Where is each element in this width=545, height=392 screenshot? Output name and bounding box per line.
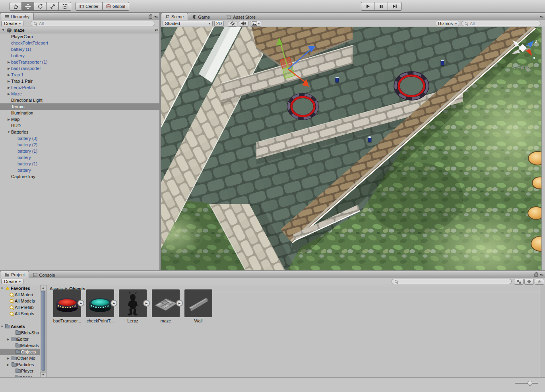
scene-asset-header[interactable]: ▼ maze ▾≡ <box>0 27 159 33</box>
scroll-up-icon[interactable]: ▲ <box>40 285 46 290</box>
battery-object-2[interactable] <box>367 136 372 144</box>
project-tree-item[interactable] <box>0 317 46 323</box>
scrollbar-thumb[interactable] <box>41 291 45 371</box>
project-tree-item[interactable]: Blob-Sha <box>0 330 46 336</box>
asset-lerpz[interactable]: ▶ <box>119 289 147 317</box>
project-tree-item[interactable]: All Materi <box>0 291 46 298</box>
slider-knob[interactable] <box>528 381 532 386</box>
scene-search-field[interactable] <box>462 21 541 26</box>
hierarchy-item[interactable]: badTransporter <box>0 65 159 72</box>
camera-mode-label[interactable]: Persp <box>517 64 530 70</box>
project-search-input[interactable] <box>400 279 509 284</box>
project-tree-item[interactable]: All Models <box>0 298 46 304</box>
hierarchy-item[interactable]: Illumination <box>0 110 159 116</box>
tab-hierarchy[interactable]: Hierarchy <box>0 13 34 20</box>
project-tree-item[interactable]: All Prefab <box>0 304 46 310</box>
hierarchy-item[interactable]: battery (3) <box>0 135 159 142</box>
asset-expand-badge[interactable]: ▶ <box>176 300 183 307</box>
asset-badtransporter[interactable]: ▶ <box>53 289 81 317</box>
favorites-filter-button[interactable]: ★ <box>535 279 544 285</box>
hierarchy-item[interactable]: Directional Light <box>0 97 159 103</box>
project-content-scrollbar[interactable] <box>540 285 545 377</box>
hierarchy-item[interactable]: battery (1) <box>0 148 159 154</box>
asset-expand-badge[interactable]: ▶ <box>78 300 84 307</box>
hierarchy-item[interactable]: checkPointTeleport <box>0 40 159 46</box>
hierarchy-item[interactable]: battery (1) <box>0 46 159 52</box>
foldout-icon[interactable] <box>6 67 11 70</box>
hierarchy-item[interactable]: battery <box>0 154 159 161</box>
hierarchy-item[interactable]: battery (2) <box>0 142 159 148</box>
hierarchy-item[interactable]: battery <box>0 167 159 173</box>
foldout-icon[interactable] <box>0 287 4 290</box>
asset-wall[interactable] <box>184 289 212 317</box>
lock-icon[interactable] <box>149 16 152 19</box>
scroll-down-icon[interactable]: ▼ <box>40 372 46 377</box>
foldout-icon[interactable] <box>6 80 11 83</box>
hierarchy-item[interactable]: LerpzPrefab <box>0 84 159 91</box>
scale-tool-button[interactable] <box>47 2 59 11</box>
foldout-icon[interactable] <box>6 130 11 134</box>
foldout-icon[interactable] <box>0 325 4 328</box>
audio-toggle-button[interactable] <box>239 21 248 27</box>
scene-search-input[interactable] <box>470 21 538 26</box>
scene-viewport[interactable]: Z x Persp <box>161 27 541 271</box>
hierarchy-item[interactable]: battery (1) <box>0 161 159 167</box>
asset-maze[interactable]: ▶ <box>152 289 180 317</box>
tab-project[interactable]: Project <box>0 271 29 278</box>
hand-tool-button[interactable] <box>10 2 22 11</box>
hierarchy-create-button[interactable]: Create ▾ <box>1 21 23 26</box>
project-tree-item[interactable]: Other Mo <box>0 355 46 361</box>
project-tree-item[interactable]: Assets <box>0 323 46 330</box>
project-tree-item[interactable]: Editor <box>0 336 46 342</box>
hierarchy-item[interactable]: Batteries <box>0 129 159 135</box>
foldout-icon[interactable] <box>6 92 11 96</box>
project-tree-item[interactable]: Objects <box>0 349 46 355</box>
foldout-icon[interactable] <box>6 73 11 77</box>
hierarchy-search-input[interactable] <box>39 21 152 26</box>
hierarchy-item[interactable]: Trap 1 <box>0 72 159 78</box>
hierarchy-item[interactable]: PlayerCam <box>0 33 159 40</box>
space-toggle-button[interactable]: Global <box>103 2 129 11</box>
hierarchy-search-field[interactable] <box>31 21 155 26</box>
foldout-icon[interactable] <box>6 86 11 89</box>
foldout-icon[interactable] <box>7 363 11 367</box>
tab-asset-store[interactable]: Asset Store <box>223 14 260 20</box>
foldout-icon[interactable] <box>7 357 11 360</box>
scene-header-menu-icon[interactable]: ▾≡ <box>155 28 158 32</box>
project-create-button[interactable]: Create ▾ <box>1 279 23 284</box>
project-tree-item[interactable]: Props <box>0 374 46 377</box>
rotate-tool-button[interactable] <box>34 2 47 11</box>
asset-expand-badge[interactable]: ▶ <box>111 300 117 307</box>
transporter-ring-1[interactable] <box>287 93 319 120</box>
pause-button[interactable] <box>374 2 388 11</box>
project-tree-item[interactable]: Favorites <box>0 285 46 291</box>
panel-menu-icon[interactable]: ▾≡ <box>154 15 157 19</box>
panel-menu-icon[interactable]: ▾≡ <box>540 273 543 277</box>
hierarchy-item[interactable]: battery <box>0 52 159 59</box>
battery-object-3[interactable] <box>440 60 445 67</box>
hierarchy-item[interactable]: CaptureTray <box>0 173 159 180</box>
asset-checkpointteleport[interactable]: ▶ <box>86 289 114 317</box>
search-by-label-button[interactable] <box>524 279 534 285</box>
foldout-icon[interactable] <box>7 338 11 341</box>
slider-track[interactable] <box>515 383 538 384</box>
rect-tool-button[interactable] <box>59 2 71 11</box>
hierarchy-item[interactable]: HUD <box>0 122 159 129</box>
play-button[interactable] <box>361 2 374 11</box>
gizmos-dropdown[interactable]: Gizmos ▾ <box>436 21 459 26</box>
project-tree-scrollbar[interactable]: ▲ ▼ <box>40 285 46 377</box>
pivot-toggle-button[interactable]: Center <box>76 2 103 11</box>
2d-toggle-button[interactable]: 2D <box>214 21 224 27</box>
project-tree-item[interactable]: All Scripts <box>0 310 46 317</box>
tab-scene[interactable]: Scene <box>161 13 188 20</box>
project-tree-item[interactable]: Materials <box>0 342 46 349</box>
step-button[interactable] <box>388 2 401 11</box>
move-tool-button[interactable] <box>22 2 34 11</box>
search-by-type-button[interactable] <box>514 279 524 285</box>
hierarchy-item[interactable]: Trap 1 Pair <box>0 78 159 84</box>
project-tree-item[interactable]: Player <box>0 368 46 374</box>
tab-console[interactable]: Console <box>29 272 59 278</box>
foldout-down-icon[interactable]: ▼ <box>2 28 6 32</box>
hierarchy-item[interactable]: Terrain <box>0 103 159 110</box>
transporter-ring-2[interactable] <box>394 71 429 101</box>
